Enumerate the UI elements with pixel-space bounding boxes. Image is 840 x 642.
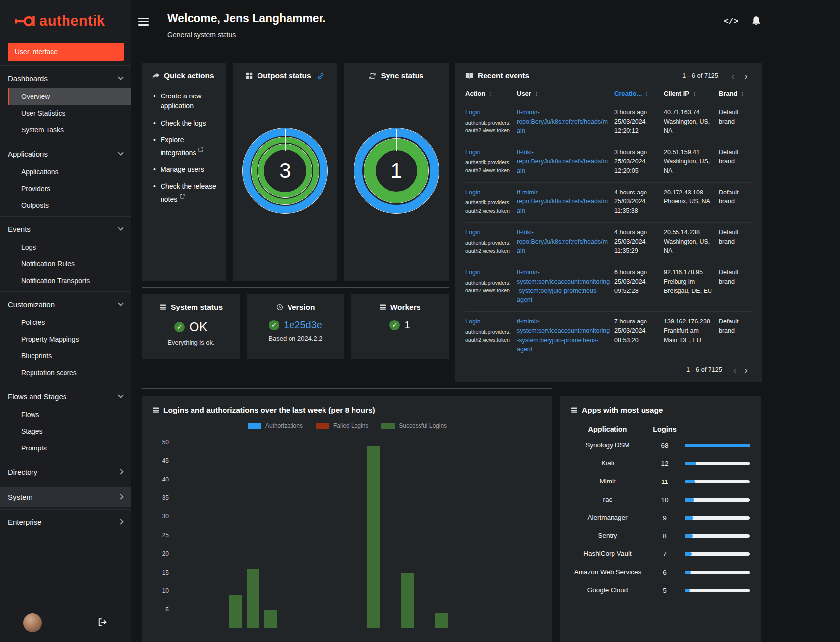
sidebar-section-applications[interactable]: Applications (0, 144, 131, 163)
usage-progress-bar (685, 516, 750, 520)
header-text: Welcome, Jens Langhammer. General system… (167, 12, 326, 39)
usage-progress-bar (685, 552, 750, 556)
event-created-timestamp: 25/03/2024, 08:53:20 (614, 326, 660, 345)
section-divider (142, 287, 449, 288)
sidebar-item-blueprints[interactable]: Blueprints (8, 348, 131, 364)
sidebar-section-flows-and-stages[interactable]: Flows and Stages (0, 386, 131, 406)
chevron-right-icon (118, 469, 123, 474)
event-user-link[interactable]: tf-mimir-system:serviceaccount:monitorin… (517, 318, 610, 353)
authentik-logo[interactable]: authentik (0, 0, 131, 39)
bell-icon (752, 16, 761, 26)
sidebar-item-outposts[interactable]: Outposts (8, 197, 131, 214)
sidebar-item-providers[interactable]: Providers (8, 180, 131, 197)
event-created-relative: 4 hours ago (614, 228, 660, 237)
version-link[interactable]: 1e25d3e (284, 320, 322, 331)
column-header-brand[interactable]: Brand↕ (719, 86, 752, 102)
table-row: Loginauthentik.providers.oauth2.views.to… (465, 222, 752, 262)
sidebar-section-directory[interactable]: Directory (0, 462, 131, 482)
event-action-link[interactable]: Login (465, 149, 481, 156)
event-user-link[interactable]: tf-loki-repo:BeryJu/k8s:ref:refs/heads/m… (517, 149, 608, 174)
quick-action-link-create-a-new-application[interactable]: Create a new application (161, 92, 201, 110)
sidebar-toggle-button[interactable] (138, 18, 149, 26)
api-browser-button[interactable]: </> (724, 17, 738, 26)
sidebar-item-notification-rules[interactable]: Notification Rules (8, 256, 131, 272)
outpost-status-title: Outpost status (257, 71, 311, 80)
external-link-icon (180, 192, 185, 201)
sidebar-item-applications[interactable]: Applications (8, 163, 131, 180)
event-client-geo: Washington, US, NA (664, 157, 715, 176)
chart-bar-successful-logins (401, 573, 414, 628)
event-action-link[interactable]: Login (465, 318, 481, 325)
sidebar-section-enterprise[interactable]: Enterprise (0, 512, 131, 532)
quick-action-link-manage-users[interactable]: Manage users (161, 165, 204, 173)
quick-action-link-check-the-release-notes[interactable]: Check the release notes (161, 182, 216, 203)
dashboard-content: Quick actions Create a new applicationCh… (131, 52, 840, 642)
sidebar-section-events[interactable]: Events (0, 219, 131, 239)
usage-progress-bar (685, 571, 750, 574)
event-user-link[interactable]: tf-mimir-system:serviceaccount:monitorin… (517, 269, 610, 303)
sidebar-item-reputation-scores[interactable]: Reputation scores (8, 364, 131, 381)
y-axis-label: 5 (165, 606, 169, 613)
user-avatar[interactable] (23, 613, 42, 632)
event-created-timestamp: 25/03/2024, 12:20:12 (614, 117, 660, 136)
app-name: Synology DSM (571, 436, 645, 454)
main-area: Welcome, Jens Langhammer. General system… (131, 0, 840, 642)
event-user-link[interactable]: tf-mimir-repo:BeryJu/k8s:ref:refs/heads/… (517, 109, 608, 134)
left-card-stack: Quick actions Create a new applicationCh… (142, 63, 449, 382)
sidebar-item-system-tasks[interactable]: System Tasks (8, 122, 131, 138)
event-action-link[interactable]: Login (465, 269, 481, 276)
legend-item-authorizations[interactable]: Authorizations (248, 422, 303, 429)
event-user-link[interactable]: tf-loki-repo:BeryJu/k8s:ref:refs/heads/m… (517, 229, 608, 255)
pagination-prev-button[interactable]: ‹ (727, 70, 739, 81)
quick-action-link-check-the-logs[interactable]: Check the logs (161, 119, 206, 127)
sidebar-item-property-mappings[interactable]: Property Mappings (8, 331, 131, 348)
chevron-right-icon (118, 494, 123, 499)
column-header-creation[interactable]: Creatio...↕ (614, 86, 664, 102)
legend-swatch (316, 423, 329, 429)
quick-action-item: Explore integrations (152, 135, 216, 158)
event-created-relative: 7 hours ago (614, 317, 660, 326)
usage-progress-bar (685, 534, 750, 538)
sidebar-section-customization[interactable]: Customization (0, 294, 131, 314)
usage-progress-fill (685, 534, 693, 538)
sidebar-item-policies[interactable]: Policies (8, 314, 131, 331)
notifications-button[interactable] (752, 16, 761, 27)
sidebar-section-dashboards[interactable]: Dashboards (0, 68, 131, 88)
quick-actions-card: Quick actions Create a new applicationCh… (142, 63, 226, 281)
event-action-context: authentik.providers.oauth2.views.token (465, 279, 513, 295)
user-interface-button[interactable]: User interface (8, 43, 124, 61)
column-header-action[interactable]: Action↕ (465, 86, 517, 102)
sidebar-item-user-statistics[interactable]: User Statistics (8, 105, 131, 122)
usage-progress-bar (685, 480, 750, 483)
column-header-client-ip[interactable]: Client IP↕ (664, 86, 719, 102)
quick-action-link-explore-integrations[interactable]: Explore integrations (161, 136, 196, 157)
pagination-bottom: 1 - 6 of 7125 ‹ › (465, 360, 752, 377)
event-action-link[interactable]: Login (465, 229, 481, 236)
event-action-context: authentik.providers.oauth2.views.token (465, 119, 513, 135)
event-action-link[interactable]: Login (465, 189, 481, 196)
event-user-link[interactable]: tf-mimir-repo:BeryJu/k8s:ref:refs/heads/… (517, 189, 608, 215)
pagination-prev-button[interactable]: ‹ (729, 364, 741, 375)
pagination-next-button[interactable]: › (741, 364, 752, 375)
column-header-user[interactable]: User↕ (517, 86, 614, 102)
sidebar-item-overview[interactable]: Overview (8, 88, 131, 105)
logout-button[interactable] (98, 618, 108, 628)
sidebar-item-stages[interactable]: Stages (8, 423, 131, 440)
outpost-link-icon[interactable] (317, 72, 324, 80)
sidebar-item-prompts[interactable]: Prompts (8, 440, 131, 456)
sidebar-item-notification-transports[interactable]: Notification Transports (8, 272, 131, 289)
pagination-next-button[interactable]: › (741, 70, 752, 81)
sidebar-item-flows[interactable]: Flows (8, 406, 131, 423)
legend-label: Successful Logins (399, 422, 447, 429)
event-user-cell: tf-mimir-repo:BeryJu/k8s:ref:refs/heads/… (517, 182, 614, 222)
app-name: Sentry (571, 527, 645, 545)
chart-bar-successful-logins (247, 569, 259, 628)
event-action-link[interactable]: Login (465, 109, 481, 116)
y-axis-label: 40 (162, 476, 169, 483)
legend-item-failed-logins[interactable]: Failed Logins (316, 422, 368, 429)
quick-action-item: Create a new application (152, 91, 216, 111)
sidebar-item-logs[interactable]: Logs (8, 239, 131, 256)
event-creation-cell: 3 hours ago25/03/2024, 12:20:12 (614, 102, 664, 142)
sidebar-section-system[interactable]: System (0, 487, 131, 507)
legend-item-successful-logins[interactable]: Successful Logins (381, 422, 447, 429)
